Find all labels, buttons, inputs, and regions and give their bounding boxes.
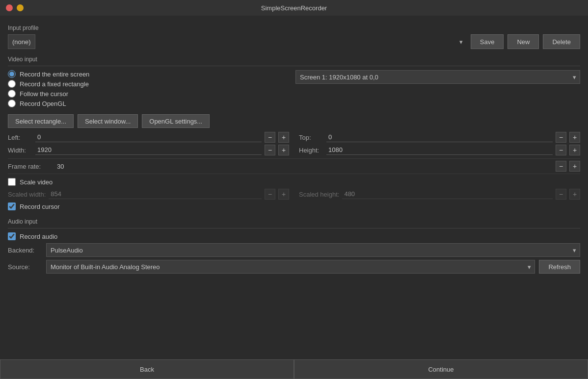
source-row: Source: Monitor of Built-in Audio Analog… [8,260,580,274]
profile-dropdown-wrapper: (none) [8,34,467,49]
scaled-dimensions-grid: Scaled width: − + Scaled height: − + [8,189,580,200]
radio-entire-screen-row: Record the entire screen [8,70,89,78]
record-audio-checkbox[interactable] [8,232,16,240]
framerate-minus-button[interactable]: − [556,161,566,172]
scale-video-checkbox[interactable] [8,178,16,186]
height-plus-button[interactable]: + [569,145,580,155]
scaled-height-plus-button[interactable]: + [569,189,580,200]
bottom-bar: Back Continue [0,359,588,379]
width-value[interactable] [35,145,262,155]
height-label: Height: [299,147,323,154]
select-rectangle-button[interactable]: Select rectangle... [8,114,74,128]
scaled-height-label: Scaled height: [299,191,339,198]
scaled-width-label: Scaled width: [8,191,46,198]
framerate-value[interactable] [55,162,553,171]
record-audio-row: Record audio [8,232,580,240]
width-minus-button[interactable]: − [265,145,275,155]
radio-opengl-label: Record OpenGL [20,100,66,107]
app-title: SimpleScreenRecorder [261,4,327,12]
record-cursor-label: Record cursor [20,203,60,210]
audio-input-section: Audio input Record audio Backend: PulseA… [8,216,580,277]
new-button[interactable]: New [508,34,539,49]
top-label: Top: [299,134,323,141]
action-buttons-row: Select rectangle... Select window... Ope… [8,114,580,128]
refresh-button[interactable]: Refresh [539,260,580,274]
radio-follow-cursor[interactable] [8,90,16,98]
scaled-width-minus-button[interactable]: − [265,189,275,200]
video-radio-group: Record the entire screen Record a fixed … [8,70,89,107]
main-content: Input profile (none) Save New Delete Vid… [0,16,588,359]
framerate-label: Frame rate: [8,163,52,170]
back-button[interactable]: Back [0,359,294,379]
screen-dropdown[interactable]: Screen 1: 1920x1080 at 0,0 [295,70,580,84]
scaled-width-value[interactable] [49,189,262,199]
left-value[interactable] [35,132,262,142]
backend-row: Backend: PulseAudio [8,243,580,257]
backend-label: Backend: [8,247,42,254]
titlebar: SimpleScreenRecorder [0,0,588,16]
top-coord-row: Top: − + [299,132,580,143]
backend-dropdown[interactable]: PulseAudio [46,243,580,257]
scaled-height-row: Scaled height: − + [299,189,580,200]
height-minus-button[interactable]: − [556,145,566,155]
minimize-button[interactable] [17,4,24,11]
audio-input-header: Audio input [8,216,580,228]
source-dropdown-wrapper: Monitor of Built-in Audio Analog Stereo [46,260,535,274]
scaled-width-plus-button[interactable]: + [278,189,289,200]
width-plus-button[interactable]: + [278,145,289,155]
record-cursor-row: Record cursor [8,202,580,210]
radio-fixed-rectangle[interactable] [8,80,16,88]
backend-dropdown-wrapper: PulseAudio [46,243,580,257]
continue-button[interactable]: Continue [294,359,588,379]
framerate-plus-button[interactable]: + [569,161,580,172]
height-coord-row: Height: − + [299,145,580,155]
close-button[interactable] [6,4,13,11]
record-audio-label: Record audio [20,233,57,240]
width-coord-row: Width: − + [8,145,289,155]
radio-follow-cursor-label: Follow the cursor [20,90,68,98]
input-profile-row: (none) Save New Delete [8,34,580,49]
left-coord-row: Left: − + [8,132,289,143]
scaled-height-value[interactable] [342,189,553,199]
source-label: Source: [8,263,42,271]
radio-opengl-row: Record OpenGL [8,100,89,107]
left-label: Left: [8,134,32,141]
scaled-width-row: Scaled width: − + [8,189,289,200]
radio-record-opengl[interactable] [8,100,16,107]
scale-video-label: Scale video [20,178,53,186]
top-value[interactable] [326,132,553,142]
screen-dropdown-wrapper: Screen 1: 1920x1080 at 0,0 [295,70,580,84]
profile-dropdown[interactable]: (none) [8,34,35,49]
window-controls [6,4,24,11]
source-dropdown[interactable]: Monitor of Built-in Audio Analog Stereo [46,260,535,274]
radio-entire-screen-label: Record the entire screen [20,71,89,78]
coordinates-grid: Left: − + Top: − + Width: − + Height: − … [8,132,580,155]
framerate-row: Frame rate: − + [8,158,580,174]
height-value[interactable] [326,145,553,155]
radio-follow-cursor-row: Follow the cursor [8,90,89,98]
top-minus-button[interactable]: − [556,132,566,143]
select-window-button[interactable]: Select window... [78,114,138,128]
record-cursor-checkbox[interactable] [8,202,16,210]
radio-fixed-rectangle-label: Record a fixed rectangle [20,80,89,88]
left-plus-button[interactable]: + [278,132,289,143]
radio-entire-screen[interactable] [8,70,16,78]
save-button[interactable]: Save [471,34,504,49]
input-profile-label: Input profile [8,25,580,31]
scale-video-row: Scale video [8,178,580,186]
delete-button[interactable]: Delete [543,34,580,49]
width-label: Width: [8,147,32,154]
scaled-height-minus-button[interactable]: − [556,189,566,200]
radio-fixed-rect-row: Record a fixed rectangle [8,80,89,88]
top-plus-button[interactable]: + [569,132,580,143]
opengl-settings-button[interactable]: OpenGL settings... [142,114,210,128]
left-minus-button[interactable]: − [265,132,275,143]
video-input-header: Video input [8,54,580,66]
